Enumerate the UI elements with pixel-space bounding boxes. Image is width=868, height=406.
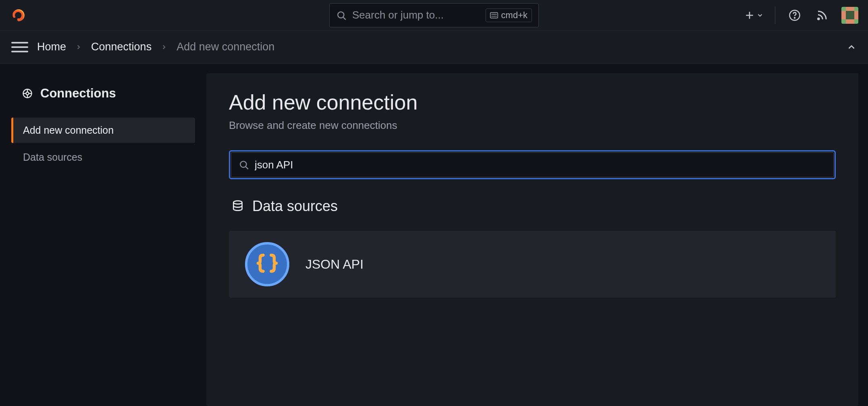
svg-point-16 (26, 92, 29, 95)
help-icon[interactable] (787, 7, 803, 23)
sidebar-title: Connections (0, 86, 206, 101)
svg-rect-2 (490, 12, 497, 18)
search-icon (336, 10, 347, 21)
grafana-logo-icon[interactable] (10, 6, 27, 24)
avatar[interactable] (841, 7, 858, 24)
collapse-icon[interactable] (846, 42, 857, 52)
main-panel: Add new connection Browse and create new… (206, 73, 858, 406)
connection-search-wrap (229, 150, 836, 179)
rss-icon[interactable] (814, 7, 830, 23)
sidebar: Connections Add new connection Data sour… (0, 64, 206, 406)
datasource-card-json-api[interactable]: JSON API (229, 231, 836, 298)
global-search[interactable]: Search or jump to... cmd+k (329, 3, 539, 27)
breadcrumb-bar: Home Connections Add new connection (0, 31, 868, 64)
section-heading-text: Data sources (252, 198, 338, 215)
page-title: Add new connection (229, 90, 836, 114)
svg-point-6 (496, 14, 496, 14)
search-icon (239, 160, 249, 170)
svg-point-7 (492, 16, 492, 17)
svg-point-0 (338, 12, 344, 18)
global-search-placeholder: Search or jump to... (352, 9, 444, 21)
topbar: Search or jump to... cmd+k (0, 0, 868, 31)
svg-point-13 (794, 17, 795, 18)
menu-toggle-icon[interactable] (11, 39, 28, 56)
section-heading: Data sources (229, 198, 836, 215)
add-menu[interactable] (744, 10, 764, 21)
connections-icon (22, 88, 33, 99)
sidebar-title-text: Connections (40, 86, 116, 101)
sidebar-item-data-sources[interactable]: Data sources (11, 145, 195, 170)
shortcut-badge: cmd+k (486, 8, 532, 22)
connection-search-input[interactable] (255, 159, 826, 171)
sidebar-item-add-new-connection[interactable]: Add new connection (11, 118, 195, 143)
svg-point-21 (240, 161, 246, 167)
svg-point-8 (496, 16, 496, 17)
svg-line-1 (343, 17, 346, 19)
chevron-right-icon (75, 44, 82, 51)
svg-point-23 (233, 201, 242, 204)
chevron-right-icon (160, 44, 168, 51)
chevron-down-icon (756, 12, 764, 19)
breadcrumb-home[interactable]: Home (37, 41, 66, 53)
svg-point-3 (492, 14, 492, 14)
json-api-icon (245, 242, 289, 286)
divider (775, 6, 775, 24)
svg-point-5 (494, 14, 495, 14)
shortcut-text: cmd+k (501, 10, 527, 21)
svg-line-22 (246, 167, 248, 169)
database-icon (231, 200, 244, 213)
svg-point-14 (818, 18, 819, 19)
svg-point-4 (493, 14, 493, 14)
page-subtitle: Browse and create new connections (229, 119, 836, 132)
breadcrumb-current: Add new connection (177, 41, 274, 53)
breadcrumb-connections[interactable]: Connections (91, 41, 152, 53)
datasource-name: JSON API (305, 257, 363, 272)
